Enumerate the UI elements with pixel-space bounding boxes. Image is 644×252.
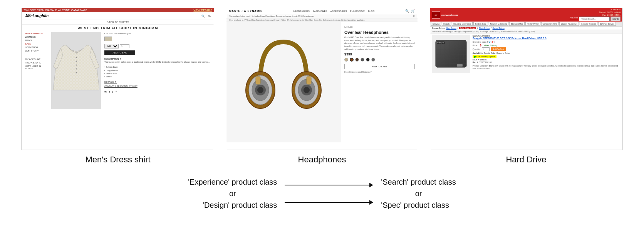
hd-nav-security[interactable]: Security Telecom <box>580 22 597 26</box>
shirt-facebook-icon[interactable]: f <box>109 90 110 93</box>
hp-shipping-text: Free Shipping and Returns ∨ <box>344 71 415 73</box>
hd-live-inventory-badge: Live Inventory Update <box>473 55 496 58</box>
hp-top-bar: MASTER & DYNAMIC HEADPHONES EARPHONES AC… <box>226 8 418 14</box>
hp-nav-blog[interactable]: BLOG <box>368 10 375 12</box>
shirt-color-swatch[interactable] <box>104 36 211 43</box>
hp-color-3[interactable] <box>355 58 359 62</box>
shirt-qty-input[interactable] <box>120 44 129 48</box>
hd-nav-bar: SiteMap Brands Industrial Electronics Sy… <box>430 22 622 27</box>
shirt-nav-lookbook[interactable]: LOOKBOOK <box>25 46 48 48</box>
hd-logo-area: nw nextwarehouse <box>432 12 458 18</box>
svg-point-6 <box>76 61 77 62</box>
shirt-email-icon[interactable]: ✉ <box>104 90 107 93</box>
hp-nav-accessories[interactable]: ACCESSORIES <box>330 10 347 12</box>
hd-nav-sitemap[interactable]: SiteMap <box>431 22 441 26</box>
hd-nav-display[interactable]: Display Houseware <box>559 22 579 26</box>
shirt-pinterest-icon[interactable]: P <box>114 90 116 93</box>
shirt-bullets: • Button-down• Long sleeves• True to siz… <box>104 65 211 78</box>
shirt-add-to-bag-button[interactable]: ADD TO BAG <box>104 50 135 55</box>
shirt-view-details: VIEW DETAILS <box>194 9 213 12</box>
hd-inventory-label: Live Inventory Update <box>476 55 495 58</box>
hd-subnav-ssd[interactable]: Solid State Drives <box>459 27 476 29</box>
hd-add-to-cart-button[interactable]: Add To Cart <box>491 47 506 51</box>
hp-color-2[interactable] <box>350 58 354 62</box>
hd-fax: Fax: 1-866-540-5851 <box>602 14 621 16</box>
shirt-nav-find-store[interactable]: FIND A STORE <box>25 62 48 64</box>
hd-free-shipping: + Free Shipping <box>484 44 497 47</box>
headphones-screenshot: MASTER & DYNAMIC HEADPHONES EARPHONES AC… <box>226 8 418 150</box>
hp-banner: Same-day delivery with limited edition V… <box>226 14 418 18</box>
bottom-arrow-line <box>285 202 369 203</box>
hd-all-sellers[interactable]: All Sellers <box>570 17 578 21</box>
hp-color-6[interactable] <box>371 58 375 62</box>
hd-description: Product Condition: Brand new sealed with… <box>473 65 621 70</box>
shirt-color-value: bbc blended ghk <box>114 32 131 35</box>
shirt-nav-womens[interactable]: WOMENS <box>25 36 48 38</box>
hd-nav-system[interactable]: System Input <box>473 22 488 26</box>
hp-color-5[interactable] <box>366 58 370 62</box>
shirt-contact-stylist[interactable]: CONTACT A PERSONAL STYLIST <box>104 85 211 87</box>
hd-nav-brands[interactable]: Brands <box>442 22 451 26</box>
hd-product-title[interactable]: Seagate STEB5000100 5 TB 3.5" External H… <box>473 37 621 40</box>
hd-search-input[interactable] <box>579 17 610 21</box>
hp-product-name: Over Ear Headphones <box>344 30 415 35</box>
hp-add-to-cart-button[interactable]: ADD TO CART <box>344 64 415 69</box>
shirt-promo-text: 20% OFF* CATALINA SALE W/ CODE: CATALINA… <box>23 9 87 12</box>
hd-search-button[interactable]: Search <box>610 17 621 21</box>
shirt-nav-my-account[interactable]: MY ACCOUNT <box>25 58 48 60</box>
shirt-twitter-icon[interactable]: t <box>112 90 112 93</box>
design-class-label: 'Design' product class <box>203 199 277 211</box>
hp-search-icon[interactable]: 🔍 <box>405 9 409 13</box>
shirt-logo: JMcLaughlin <box>25 14 49 18</box>
classification-diagram: 'Experience' product class or 'Design' p… <box>8 176 636 211</box>
hp-description: Our MH40 Over Ear Headphones are designe… <box>344 36 415 51</box>
hd-drive-image-svg: SEAGATE <box>434 37 468 71</box>
shirt-nav-our-story[interactable]: OUR STORY <box>25 50 48 52</box>
hd-contact-link[interactable]: Contact us <box>611 8 621 11</box>
shirt-desc-text: The button-down collar gives a tradition… <box>104 61 210 63</box>
hp-details-area: MH40 Over Ear Headphones Our MH40 Over E… <box>341 22 418 142</box>
hd-subnav-flash[interactable]: Flash Drives <box>479 27 490 29</box>
hd-price-row: Price: $ + Free Shipping <box>473 44 621 47</box>
shirt-nav-new-arrivals[interactable]: NEW ARRIVALS <box>25 32 48 35</box>
hd-nav-network[interactable]: Network Multimedia <box>489 22 509 26</box>
hd-nav-printer[interactable]: Printer Power <box>525 22 540 26</box>
hp-nav-headphones[interactable]: HEADPHONES <box>293 10 310 12</box>
hd-nav-storage[interactable]: Storage Office <box>509 22 525 26</box>
hd-site-name: nextwarehouse <box>441 14 458 16</box>
shirt-sidebar: NEW ARRIVALS WOMENS MENS SALE LOOKBOOK O… <box>25 32 48 109</box>
hd-subnav-hard-drives[interactable]: Hard Drives <box>446 27 456 29</box>
hd-qty-input[interactable] <box>482 47 490 51</box>
hd-storage-subnav: Storage Drives: Hard Drives / Solid Stat… <box>430 27 622 30</box>
hp-cart-icon[interactable]: 🛒 <box>411 9 415 13</box>
hd-header: nw nextwarehouse Contact us Contact: 1-8… <box>430 8 622 22</box>
bottom-arrow <box>285 194 373 211</box>
shirt-image-svg <box>53 36 99 105</box>
hd-phone: Contact: 1-877-235-0628 <box>599 11 621 13</box>
hd-nav-software[interactable]: Software Service <box>598 22 616 26</box>
shirt-nav-sale[interactable]: SALE <box>25 43 48 45</box>
hd-logo: nw <box>432 12 440 18</box>
hp-color-4[interactable] <box>361 58 364 62</box>
hp-main-area: MH40 Over Ear Headphones Our MH40 Over E… <box>226 22 418 142</box>
hd-item-number: ITEM #: 1865091 <box>473 58 621 61</box>
shirt-size-row: MESMLGXL <box>104 44 211 48</box>
hd-share-icons: f 🐦 📌 ✉ <box>487 41 496 43</box>
hd-nav-component[interactable]: Component PDS <box>541 22 559 26</box>
shirt-details-link[interactable]: DETAILS ▼ <box>104 81 211 83</box>
hp-color-1[interactable] <box>344 58 348 62</box>
shirt-nav-keep-in-touch[interactable]: LET'S KEEP IN TOUCH <box>25 65 48 70</box>
shirt-size-select[interactable]: MESMLGXL <box>104 44 119 48</box>
shirt-nav-search: 🔍 <box>201 15 205 18</box>
harddrive-card: nw nextwarehouse Contact us Contact: 1-8… <box>430 8 622 165</box>
hp-nav-philosophy[interactable]: PHILOSOPHY <box>350 10 365 12</box>
right-product-classes: 'Search' product class or 'Spec' product… <box>381 176 456 211</box>
hp-nav-earphones[interactable]: EARPHONES <box>313 10 327 12</box>
shirt-card: 20% OFF* CATALINA SALE W/ CODE: CATALINA… <box>22 8 214 165</box>
hp-close-icon[interactable]: ✕ <box>413 15 415 17</box>
hd-share-text: Share this page: f 🐦 📌 ✉ <box>473 41 621 43</box>
shirt-nav-mens[interactable]: MENS <box>25 39 48 42</box>
hd-product-area: SEAGATE SEAGATE Desktop Seagate STEB5000… <box>430 33 622 74</box>
hd-nav-industrial[interactable]: Industrial Electronics <box>452 22 473 26</box>
hd-subnav-optical[interactable]: Optical Drives <box>493 27 505 29</box>
